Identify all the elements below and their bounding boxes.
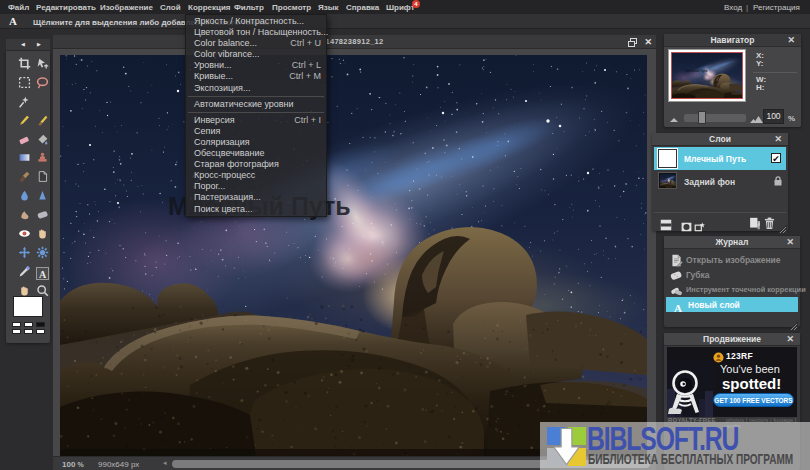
- svg-text:Млечный Путь: Млечный Путь: [685, 69, 707, 73]
